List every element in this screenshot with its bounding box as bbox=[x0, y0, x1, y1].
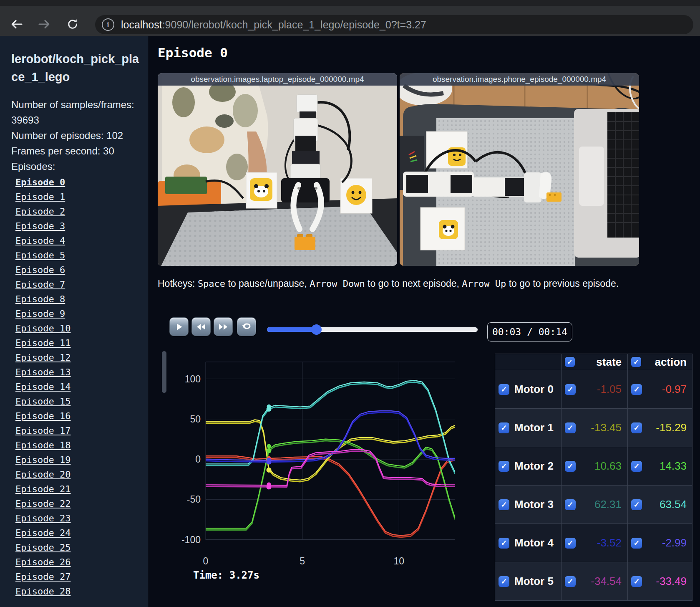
sidebar-episode-link[interactable]: Episode 25 bbox=[15, 540, 140, 555]
time-display: 00:03 / 00:14 bbox=[487, 322, 572, 341]
current-point-action-Motor 3 bbox=[267, 405, 271, 409]
motor-checkbox[interactable] bbox=[499, 422, 509, 433]
state-checkbox[interactable] bbox=[565, 538, 576, 549]
sidebar-episode-link[interactable]: Episode 7 bbox=[15, 277, 140, 292]
motor-checkbox[interactable] bbox=[499, 461, 509, 472]
laptop-video-title: observation.images.laptop_episode_000000… bbox=[158, 73, 397, 86]
action-checkbox[interactable] bbox=[631, 576, 642, 587]
sidebar-episode-link[interactable]: Episode 3 bbox=[15, 219, 140, 233]
state-checkbox[interactable] bbox=[565, 384, 576, 395]
sidebar-episode-link[interactable]: Episode 10 bbox=[15, 321, 140, 336]
motor-row: Motor 4-3.52-2.99 bbox=[495, 524, 692, 562]
action-checkbox[interactable] bbox=[631, 384, 642, 395]
hotkey-text: to pause/unpause, bbox=[225, 278, 310, 289]
sidebar-episode-link[interactable]: Episode 5 bbox=[15, 248, 140, 263]
sidebar-episode-link[interactable]: Episode 1 bbox=[15, 190, 140, 204]
state-checkbox[interactable] bbox=[565, 461, 576, 472]
motor-label: Motor 2 bbox=[514, 460, 554, 473]
episodes-label: Episodes: bbox=[11, 159, 140, 174]
header-action-cell: action bbox=[628, 354, 692, 370]
state-value: 10.63 bbox=[576, 460, 622, 473]
laptop-video-panel: observation.images.laptop_episode_000000… bbox=[158, 73, 397, 266]
sidebar-episode-link[interactable]: Episode 14 bbox=[15, 379, 140, 394]
sidebar-episode-link[interactable]: Episode 18 bbox=[15, 438, 140, 453]
phone-camera-video bbox=[400, 73, 639, 266]
motor-checkbox[interactable] bbox=[499, 576, 509, 587]
sidebar-episode-link[interactable]: Episode 8 bbox=[15, 292, 140, 306]
url-bar[interactable]: i localhost:9090/lerobot/koch_pick_place… bbox=[95, 15, 693, 34]
hotkey-key: Space bbox=[198, 278, 225, 289]
action-all-checkbox[interactable] bbox=[631, 357, 641, 367]
sidebar-episode-link[interactable]: Episode 4 bbox=[15, 233, 140, 248]
motor-checkbox[interactable] bbox=[499, 538, 509, 549]
current-point-action-Motor 2 bbox=[267, 444, 271, 448]
play-button[interactable] bbox=[169, 317, 189, 336]
state-checkbox[interactable] bbox=[565, 422, 576, 433]
sidebar-episode-link[interactable]: Episode 2 bbox=[15, 204, 140, 219]
sidebar-episode-link[interactable]: Episode 6 bbox=[15, 263, 140, 277]
sidebar-episode-link[interactable]: Episode 24 bbox=[15, 526, 140, 540]
state-checkbox[interactable] bbox=[565, 576, 576, 587]
state-value: -13.45 bbox=[576, 421, 622, 434]
state-all-checkbox[interactable] bbox=[565, 357, 575, 367]
hotkey-text: to go to next episode, bbox=[365, 278, 462, 289]
motor-label: Motor 1 bbox=[514, 421, 554, 434]
action-value: -15.29 bbox=[642, 421, 687, 434]
action-checkbox[interactable] bbox=[631, 499, 642, 510]
sidebar-episode-link[interactable]: Episode 27 bbox=[15, 569, 140, 584]
browser-tabstrip bbox=[0, 0, 700, 6]
seek-slider-thumb[interactable] bbox=[311, 324, 322, 335]
scrollbar-thumb[interactable] bbox=[162, 351, 166, 393]
site-info-icon[interactable]: i bbox=[102, 18, 114, 31]
header-state-cell: state bbox=[562, 354, 628, 370]
sidebar-episode-link[interactable]: Episode 0 bbox=[15, 175, 140, 190]
back-icon[interactable] bbox=[9, 17, 24, 32]
hotkey-text: Hotkeys: bbox=[158, 278, 198, 289]
state-value: -1.05 bbox=[576, 383, 622, 396]
sidebar-episode-link[interactable]: Episode 20 bbox=[15, 467, 140, 482]
state-checkbox[interactable] bbox=[565, 499, 576, 510]
motor-label: Motor 3 bbox=[514, 498, 554, 511]
action-checkbox[interactable] bbox=[631, 538, 642, 549]
main-content: Episode 0 observation.images.laptop_epis… bbox=[149, 36, 700, 607]
loop-button[interactable] bbox=[237, 317, 256, 336]
reload-icon[interactable] bbox=[65, 17, 80, 32]
rewind-button[interactable] bbox=[191, 317, 211, 336]
url-text[interactable]: localhost:9090/lerobot/koch_pick_place_1… bbox=[121, 19, 426, 31]
y-axis-tick: -100 bbox=[181, 534, 201, 545]
motor-row: Motor 210.6314.33 bbox=[495, 447, 692, 486]
sidebar-episode-link[interactable]: Episode 17 bbox=[15, 423, 140, 438]
motor-checkbox[interactable] bbox=[499, 384, 509, 395]
sidebar-episode-link[interactable]: Episode 28 bbox=[15, 584, 140, 599]
sidebar-episode-link[interactable]: Episode 15 bbox=[15, 394, 140, 409]
motor-row: Motor 1-13.45-15.29 bbox=[495, 409, 692, 447]
motor-row: Motor 0-1.05-0.97 bbox=[495, 370, 692, 409]
stat-episodes: Number of episodes: 102 bbox=[11, 128, 140, 143]
hotkey-key: Arrow Up bbox=[462, 278, 506, 289]
action-checkbox[interactable] bbox=[631, 461, 642, 472]
laptop-camera-video bbox=[158, 73, 397, 266]
sidebar-episode-link[interactable]: Episode 23 bbox=[15, 511, 140, 526]
action-value: -33.49 bbox=[642, 575, 687, 588]
seek-slider[interactable] bbox=[267, 327, 478, 332]
sidebar-episode-link[interactable]: Episode 11 bbox=[15, 336, 140, 350]
sidebar-episode-link[interactable]: Episode 21 bbox=[15, 482, 140, 496]
motor-chart: 100500-50-1000510 bbox=[158, 358, 455, 583]
forward-icon[interactable] bbox=[37, 17, 52, 32]
motor-checkbox[interactable] bbox=[499, 499, 509, 510]
sidebar-episode-link[interactable]: Episode 22 bbox=[15, 496, 140, 511]
table-header-row: state action bbox=[495, 354, 692, 370]
action-checkbox[interactable] bbox=[631, 422, 642, 433]
action-value: 14.33 bbox=[642, 460, 687, 473]
sidebar-episode-link[interactable]: Episode 13 bbox=[15, 365, 140, 379]
sidebar-episode-link[interactable]: Episode 12 bbox=[15, 350, 140, 365]
stat-fps: Frames per second: 30 bbox=[11, 143, 140, 159]
sidebar-episode-link[interactable]: Episode 16 bbox=[15, 409, 140, 423]
series-action-Motor 0 bbox=[206, 456, 455, 536]
fast-forward-button[interactable] bbox=[214, 317, 233, 336]
sidebar-episode-link[interactable]: Episode 9 bbox=[15, 306, 140, 321]
motor-label: Motor 0 bbox=[514, 383, 554, 396]
state-value: -3.52 bbox=[576, 536, 622, 549]
sidebar-episode-link[interactable]: Episode 26 bbox=[15, 555, 140, 569]
sidebar-episode-link[interactable]: Episode 19 bbox=[15, 453, 140, 467]
